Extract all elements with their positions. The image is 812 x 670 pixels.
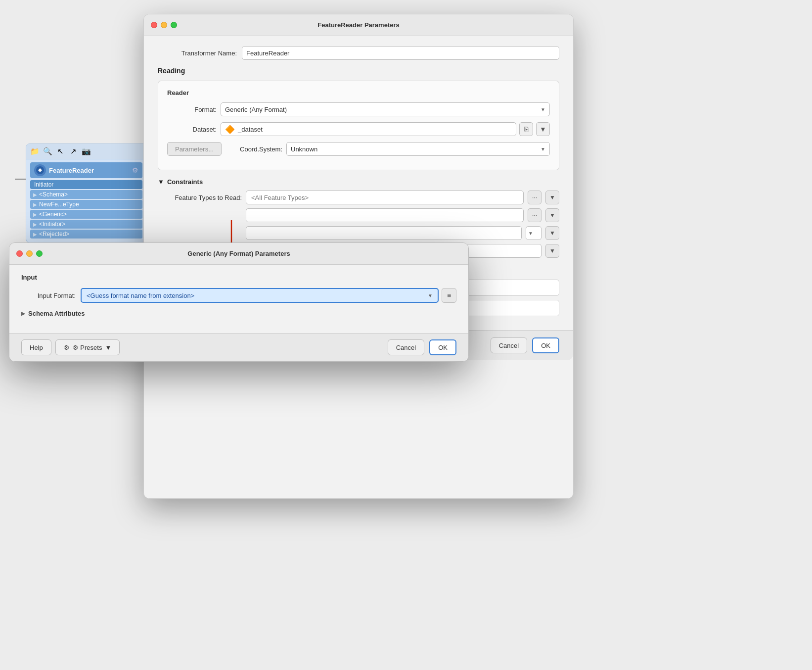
constraints-title[interactable]: ▼ Constraints [158, 178, 559, 186]
transformer-name-row: Transformer Name: [158, 46, 559, 60]
schema-arrow-icon: ▶ [21, 311, 25, 316]
feature-types-row: Feature Types to Read: ··· ▼ [158, 191, 559, 204]
cursor-plus-icon[interactable]: ↗ [68, 146, 79, 157]
generic-dialog-title: Generic (Any Format) Parameters [187, 250, 290, 257]
extra-chevron-3[interactable]: ▼ [545, 244, 559, 258]
main-dialog-title: FeatureReader Parameters [317, 21, 399, 29]
main-footer-right: Cancel OK [491, 337, 559, 353]
feature-types-input[interactable] [246, 191, 524, 204]
generic-help-button[interactable]: Help [21, 339, 51, 355]
input-format-select[interactable]: <Guess format name from extension> ▼ [81, 288, 439, 303]
node-toolbar: 📁 🔍 ↖ ↗ 📷 [26, 144, 146, 159]
main-close-button[interactable] [151, 22, 157, 28]
generic-minimize-button[interactable] [26, 250, 33, 257]
main-cancel-button[interactable]: Cancel [491, 337, 527, 353]
node-icon [34, 164, 46, 176]
feature-types-label: Feature Types to Read: [158, 194, 242, 201]
node-port-schema: ▶ <Schema> [30, 190, 142, 199]
transformer-name-label: Transformer Name: [158, 49, 237, 57]
feature-types-browse-button[interactable]: ··· [528, 191, 541, 204]
format-value: Generic (Any Format) [225, 106, 287, 113]
input-format-chevron-icon: ▼ [428, 293, 433, 298]
extra-input-1[interactable] [246, 208, 524, 222]
input-format-value: <Guess format name from extension> [87, 292, 194, 299]
extra-row-2: ▼ ▼ [246, 226, 559, 240]
node-initiator-port: Initiator [30, 180, 142, 189]
gear-icon[interactable]: ⚙ [132, 166, 138, 174]
main-traffic-lights [151, 22, 177, 28]
constraints-arrow-icon: ▼ [158, 178, 164, 186]
generic-dialog-body: Input Input Format: <Guess format name f… [9, 265, 468, 333]
generic-close-button[interactable] [16, 250, 23, 257]
dataset-icon: 🔶 [225, 125, 235, 134]
main-ok-button[interactable]: OK [532, 337, 559, 353]
parameters-button[interactable]: Parameters... [167, 142, 222, 156]
coord-chevron-icon: ▼ [541, 146, 545, 152]
folder-icon[interactable]: 📁 [29, 146, 40, 157]
extra-input-2[interactable] [246, 226, 522, 240]
coord-select[interactable]: Unknown ▼ [286, 142, 550, 156]
dataset-row: Dataset: 🔶 _dataset ⎘ ▼ [167, 122, 550, 136]
generic-presets-gear-icon: ⚙ [64, 344, 70, 351]
main-dialog-titlebar: FeatureReader Parameters [144, 14, 573, 36]
node-port-initiator: ▶ <Initiator> [30, 220, 142, 229]
extra-chevron-2[interactable]: ▼ [545, 226, 559, 240]
transformer-name-input[interactable] [242, 46, 559, 60]
reading-section-header: Reading [158, 67, 559, 75]
generic-traffic-lights [16, 250, 43, 257]
node-port-generic: ▶ <Generic> [30, 210, 142, 219]
reader-section-title: Reader [167, 89, 550, 96]
dataset-browse-button[interactable]: ▼ [536, 122, 550, 136]
node-port-newfe: ▶ NewFe...eType [30, 200, 142, 209]
coord-value: Unknown [291, 145, 317, 153]
generic-dialog-titlebar: Generic (Any Format) Parameters [9, 243, 468, 265]
feature-types-chevron-button[interactable]: ▼ [545, 191, 559, 204]
input-format-wrapper: <Guess format name from extension> ▼ ≡ [81, 288, 456, 303]
reader-section-box: Reader Format: Generic (Any Format) ▼ Da… [158, 81, 559, 170]
constraints-label: Constraints [167, 178, 203, 186]
generic-input-section-title: Input [21, 274, 456, 281]
input-format-extra-button[interactable]: ≡ [442, 288, 456, 303]
node-title: FeatureReader [49, 167, 129, 174]
main-maximize-button[interactable] [171, 22, 177, 28]
coord-row: Parameters... Coord.System: Unknown ▼ [167, 142, 550, 156]
extra-browse-1[interactable]: ··· [528, 208, 541, 222]
generic-dialog-footer: Help ⚙ ⚙ Presets ▼ Cancel OK [9, 333, 468, 361]
generic-presets-chevron-icon: ▼ [105, 344, 111, 351]
main-minimize-button[interactable] [161, 22, 167, 28]
cursor-icon[interactable]: ↖ [55, 146, 66, 157]
node-port-rejected: ▶ <Rejected> [30, 230, 142, 239]
dataset-value: _dataset [238, 126, 263, 133]
schema-attributes-section[interactable]: ▶ Schema Attributes [21, 310, 456, 317]
extra-chevron-1[interactable]: ▼ [545, 208, 559, 222]
format-chevron-icon: ▼ [541, 107, 545, 112]
generic-cancel-button[interactable]: Cancel [388, 339, 424, 355]
dataset-copy-button[interactable]: ⎘ [519, 122, 533, 136]
format-select[interactable]: Generic (Any Format) ▼ [221, 102, 550, 116]
coord-label: Coord.System: [226, 145, 282, 153]
camera-icon[interactable]: 📷 [81, 146, 91, 157]
extra-select-2[interactable]: ▼ [526, 226, 541, 240]
format-label: Format: [167, 106, 217, 113]
generic-maximize-button[interactable] [36, 250, 43, 257]
node-header[interactable]: FeatureReader ⚙ [30, 162, 142, 178]
dataset-label: Dataset: [167, 126, 217, 133]
node-panel: 📁 🔍 ↖ ↗ 📷 FeatureReader ⚙ Initiator ▶ <S… [26, 144, 147, 243]
format-row: Format: Generic (Any Format) ▼ [167, 102, 550, 116]
generic-ok-button[interactable]: OK [429, 339, 456, 355]
input-format-label: Input Format: [21, 292, 76, 299]
generic-parameters-dialog: Generic (Any Format) Parameters Input In… [9, 242, 469, 362]
generic-presets-button[interactable]: ⚙ ⚙ Presets ▼ [55, 339, 120, 355]
search-icon[interactable]: 🔍 [42, 146, 53, 157]
input-format-row: Input Format: <Guess format name from ex… [21, 288, 456, 303]
generic-footer-left: Help ⚙ ⚙ Presets ▼ [21, 339, 120, 355]
dataset-input[interactable]: 🔶 _dataset [221, 122, 516, 136]
generic-footer-right: Cancel OK [388, 339, 456, 355]
extra-row-1: ··· ▼ [246, 208, 559, 222]
schema-attributes-label: Schema Attributes [28, 310, 85, 317]
